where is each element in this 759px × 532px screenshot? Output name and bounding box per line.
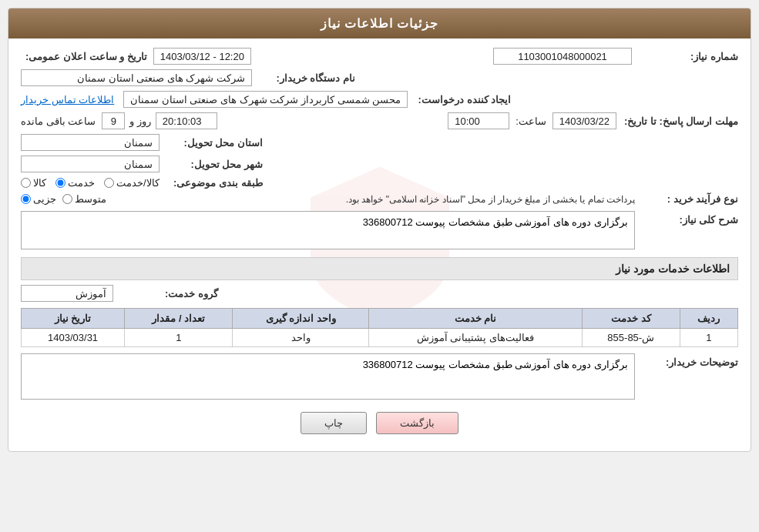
process-desc: پرداخت تمام یا بخشی از مبلغ خریدار از مح…: [111, 194, 635, 205]
category-khadamat-label: خدمت: [68, 177, 95, 189]
buyer-org-label: نام دستگاه خریدار:: [255, 72, 355, 84]
table-row: 1ش-85-855فعالیت‌های پشتیبانی آموزشواحد11…: [22, 329, 738, 347]
deadline-day-value: 9: [102, 112, 125, 129]
category-kala-radio[interactable]: [21, 178, 31, 188]
process-motavasset-option[interactable]: متوسط: [62, 193, 106, 205]
process-jazee-label: جزیی: [33, 193, 56, 205]
buyer-org-value: شرکت شهرک های صنعتی استان سمنان: [21, 69, 252, 86]
category-khadamat-radio[interactable]: [55, 178, 65, 188]
process-motavasset-label: متوسط: [75, 193, 106, 205]
category-kala-option[interactable]: کالا: [21, 177, 46, 189]
process-jazee-radio[interactable]: [21, 194, 31, 204]
col-name: نام خدمت: [369, 309, 582, 329]
col-date: تاریخ نیاز: [22, 309, 125, 329]
requester-value: محسن شمسی کاربرداز شرکت شهرک های صنعتی ا…: [123, 91, 408, 108]
col-code: کد خدمت: [582, 309, 680, 329]
deadline-date-value: 1403/03/22: [552, 112, 616, 129]
deadline-time-label: ساعت:: [516, 115, 546, 127]
deadline-label: مهلت ارسال پاسخ: تا تاریخ:: [620, 115, 738, 127]
process-jazee-option[interactable]: جزیی: [21, 193, 56, 205]
service-group-value: آموزش: [21, 285, 113, 302]
category-khadamat-option[interactable]: خدمت: [55, 177, 95, 189]
category-label: طبقه بندی موضوعی:: [163, 177, 263, 189]
need-number-value: 1103001048000021: [493, 48, 632, 65]
province-label: استان محل تحویل:: [163, 137, 263, 149]
buyer-desc-textarea[interactable]: [21, 353, 635, 400]
category-radio-group: کالا/خدمت خدمت کالا: [21, 177, 160, 189]
category-kala-khadamat-label: کالا/خدمت: [116, 177, 160, 189]
announce-datetime-value: 1403/03/12 - 12:20: [153, 48, 251, 65]
back-button[interactable]: بازگشت: [376, 412, 458, 434]
page-title: جزئیات اطلاعات نیاز: [8, 8, 751, 38]
service-group-label: گروه خدمت:: [118, 288, 218, 299]
deadline-remaining-label: ساعت باقی مانده: [21, 115, 96, 127]
need-desc-textarea[interactable]: [21, 211, 635, 249]
deadline-day-label: روز و: [129, 115, 151, 127]
city-label: شهر محل تحویل:: [163, 159, 263, 170]
buyer-desc-label: توضیحات خریدار:: [638, 353, 738, 368]
print-button[interactable]: چاپ: [301, 412, 367, 434]
process-label: نوع فرآیند خرید :: [638, 193, 738, 205]
announce-datetime-label: تاریخ و ساعت اعلان عمومی:: [21, 51, 147, 62]
province-value: سمنان: [21, 134, 160, 151]
col-unit: واحد اندازه گیری: [233, 309, 369, 329]
services-section-title: اطلاعات خدمات مورد نیاز: [21, 257, 738, 280]
process-motavasset-radio[interactable]: [62, 194, 72, 204]
services-table: ردیف کد خدمت نام خدمت واحد اندازه گیری ت…: [21, 308, 738, 347]
category-kala-khadamat-radio[interactable]: [104, 178, 114, 188]
requester-label: ایجاد کننده درخواست:: [411, 94, 511, 105]
col-qty: تعداد / مقدار: [125, 309, 233, 329]
requester-link[interactable]: اطلاعات تماس خریدار: [21, 94, 114, 105]
deadline-time-value: 10:00: [448, 112, 509, 129]
city-value: سمنان: [21, 156, 160, 172]
col-row: ردیف: [680, 309, 737, 329]
category-kala-label: کالا: [33, 177, 46, 189]
category-kala-khadamat-option[interactable]: کالا/خدمت: [104, 177, 160, 189]
need-desc-label: شرح کلی نیاز:: [638, 211, 738, 226]
deadline-remaining-value: 20:10:03: [156, 112, 217, 129]
need-number-label: شماره نیاز:: [638, 51, 738, 62]
button-row: بازگشت چاپ: [21, 412, 738, 434]
